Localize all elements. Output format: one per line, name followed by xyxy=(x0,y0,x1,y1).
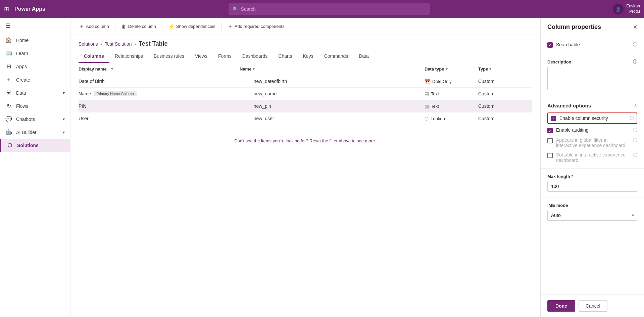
row-more-icon-4[interactable]: ··· xyxy=(240,116,251,121)
tab-bar: Columns Relationships Business rules Vie… xyxy=(70,50,540,63)
max-length-section: Max length * xyxy=(541,169,644,197)
breadcrumb-test-table: Test Table xyxy=(139,40,167,47)
sidebar-item-solutions[interactable]: ⬡ Solutions xyxy=(0,139,70,152)
max-length-input[interactable] xyxy=(547,181,637,192)
sidebar-item-apps[interactable]: ⊞ Apps xyxy=(0,60,70,73)
reset-filter-link[interactable]: Reset the filter above to see more. xyxy=(309,138,376,143)
sidebar-item-ai-builder[interactable]: 🤖 AI Builder ▾ xyxy=(0,126,70,139)
data-chevron-icon: ▾ xyxy=(63,91,65,95)
tab-views[interactable]: Views xyxy=(190,50,213,63)
cell-dots-1: ··· new_dateofbirth xyxy=(240,79,425,84)
sidebar-label-chatbots: Chatbots xyxy=(16,117,35,122)
global-filter-checkbox[interactable] xyxy=(547,138,553,143)
show-dependencies-button[interactable]: ⚡ Show dependencies xyxy=(165,22,219,31)
sidebar-item-data[interactable]: 🗄 Data ▾ xyxy=(0,87,70,99)
tab-commands[interactable]: Commands xyxy=(319,50,354,63)
add-column-icon: ＋ xyxy=(79,24,84,30)
col-header-type[interactable]: Type ▾ xyxy=(478,66,518,72)
sidebar-item-flows[interactable]: ↻ Flows xyxy=(0,99,70,112)
tab-data[interactable]: Data xyxy=(353,50,374,63)
ime-mode-select[interactable]: Auto Active Inactive Disabled xyxy=(547,210,637,221)
tab-columns[interactable]: Columns xyxy=(79,50,109,63)
description-textarea[interactable] xyxy=(547,67,637,90)
name-sort-icon[interactable]: ▾ xyxy=(253,67,255,71)
col-data-type-label: Data type xyxy=(425,66,444,72)
table-header: Display name ↑ ▾ Name ▾ Data type ▾ Type… xyxy=(79,63,532,75)
col-header-display-name[interactable]: Display name ↑ ▾ xyxy=(79,66,240,72)
sort-asc-icon: ↑ xyxy=(108,67,110,71)
sidebar-item-learn[interactable]: 📖 Learn xyxy=(0,47,70,60)
sidebar: ☰ 🏠 Home 📖 Learn ⊞ Apps ＋ Create 🗄 Data … xyxy=(0,18,70,317)
table-row[interactable]: Name Primary Name Column ··· new_name ▤ … xyxy=(79,88,532,100)
avatar[interactable]: 👤 xyxy=(613,4,624,14)
toolbar-separator-2 xyxy=(162,22,162,31)
col-display-name-label: Display name xyxy=(79,66,107,72)
required-star: * xyxy=(572,174,573,179)
table-row[interactable]: User ··· new_user ⬡ Lookup Custom xyxy=(79,112,532,125)
cell-type-3: Custom xyxy=(478,103,518,109)
sortable-info-icon[interactable]: ⓘ xyxy=(633,152,637,158)
grid-icon[interactable]: ⊞ xyxy=(4,5,9,13)
primary-name-badge: Primary Name Column xyxy=(94,91,136,96)
tab-forms[interactable]: Forms xyxy=(213,50,237,63)
no-items-message: Don't see the items you're looking for? … xyxy=(79,125,532,157)
table-row[interactable]: PIN ··· new_pin ▤ Text Custom xyxy=(79,100,532,112)
tab-keys[interactable]: Keys xyxy=(298,50,319,63)
global-filter-info-icon[interactable]: ⓘ xyxy=(633,137,637,143)
add-required-icon: ＋ xyxy=(228,24,233,30)
col-header-name[interactable]: Name ▾ xyxy=(240,66,425,72)
display-name-value-4: User xyxy=(79,116,89,121)
toolbar-separator-1 xyxy=(115,22,115,31)
breadcrumb-test-solution[interactable]: Test Solution xyxy=(105,41,132,47)
advanced-options-label: Advanced options xyxy=(547,103,591,108)
advanced-options-toggle[interactable]: Advanced options ∧ xyxy=(547,103,637,108)
sidebar-label-solutions: Solutions xyxy=(17,143,39,148)
tab-dashboards[interactable]: Dashboards xyxy=(237,50,273,63)
search-bar: 🔍 xyxy=(229,3,430,15)
search-input[interactable] xyxy=(241,6,426,12)
cell-data-type-1: 📅 Date Only xyxy=(425,79,478,84)
sidebar-item-create[interactable]: ＋ Create xyxy=(0,73,70,87)
enable-auditing-checkbox[interactable]: ✓ xyxy=(547,128,553,133)
row-more-icon-2[interactable]: ··· xyxy=(240,91,251,96)
searchable-info-icon[interactable]: ⓘ xyxy=(633,42,637,48)
panel-title: Column properties xyxy=(547,24,601,31)
chatbots-chevron-icon: ▾ xyxy=(63,117,65,122)
panel-close-button[interactable]: ✕ xyxy=(633,24,637,30)
sort-toggle-icon[interactable]: ▾ xyxy=(111,67,113,71)
table-row[interactable]: Date of Birth ··· new_dateofbirth 📅 Date… xyxy=(79,75,532,88)
tab-relationships[interactable]: Relationships xyxy=(109,50,148,63)
data-type-sort-icon[interactable]: ▾ xyxy=(446,67,448,71)
sidebar-item-home[interactable]: 🏠 Home xyxy=(0,34,70,47)
row-more-icon-3[interactable]: ··· xyxy=(240,103,251,109)
sidebar-toggle[interactable]: ☰ xyxy=(0,18,70,34)
col-header-data-type[interactable]: Data type ▾ xyxy=(425,66,478,72)
add-required-button[interactable]: ＋ Add required components xyxy=(225,21,288,32)
breadcrumb-solutions[interactable]: Solutions xyxy=(79,41,98,47)
tab-business-rules[interactable]: Business rules xyxy=(148,50,190,63)
column-security-info-icon[interactable]: ⓘ xyxy=(630,115,634,121)
searchable-checkbox[interactable]: ✓ xyxy=(547,42,553,48)
col-name-label: Name xyxy=(240,66,251,72)
auditing-info-icon[interactable]: ⓘ xyxy=(633,127,637,133)
description-info-icon[interactable]: ⓘ xyxy=(633,59,637,65)
delete-column-button[interactable]: 🗑 Delete column xyxy=(118,22,159,31)
add-column-button[interactable]: ＋ Add column xyxy=(76,21,112,32)
type-sort-icon[interactable]: ▾ xyxy=(489,67,491,71)
done-button[interactable]: Done xyxy=(547,300,575,312)
ime-mode-select-wrapper: Auto Active Inactive Disabled ▾ xyxy=(547,210,637,221)
no-items-text: Don't see the items you're looking for? xyxy=(234,138,308,143)
sortable-label: Sortable in interactive experience dashb… xyxy=(556,152,630,163)
enable-column-security-checkbox[interactable]: ✓ xyxy=(551,116,556,121)
col-type-label: Type xyxy=(478,66,488,72)
enable-auditing-label: Enable auditing xyxy=(556,127,630,133)
ai-builder-icon: 🤖 xyxy=(5,129,12,135)
sortable-checkbox[interactable] xyxy=(547,153,553,158)
tab-charts[interactable]: Charts xyxy=(273,50,297,63)
name-value-4: new_user xyxy=(254,116,274,121)
breadcrumb-sep-1: › xyxy=(101,41,102,47)
sidebar-item-chatbots[interactable]: 💬 Chatbots ▾ xyxy=(0,112,70,126)
cancel-button[interactable]: Cancel xyxy=(579,300,607,312)
cell-data-type-4: ⬡ Lookup xyxy=(425,116,478,121)
row-more-icon-1[interactable]: ··· xyxy=(240,79,251,84)
